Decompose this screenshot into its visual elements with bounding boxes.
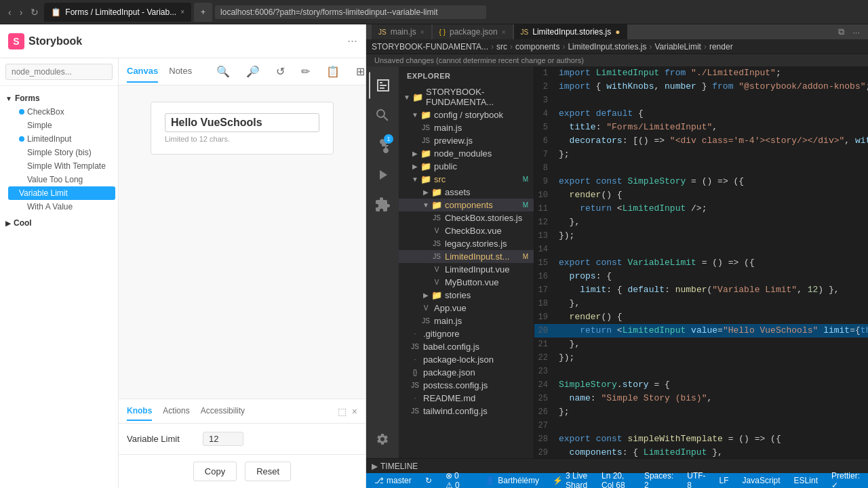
explorer-item-limitedinput-vue[interactable]: V LimitedInput.vue xyxy=(399,263,534,276)
tab-close-button[interactable]: × xyxy=(180,8,184,16)
explorer-item-main2[interactable]: JS main.js xyxy=(399,314,534,327)
toolbar-zoom-in[interactable]: 🔍 xyxy=(214,64,233,79)
address-bar[interactable]: localhost:6006/?path=/story/forms-limite… xyxy=(215,5,486,19)
explorer-item-app-vue[interactable]: V App.vue xyxy=(399,302,534,314)
status-branch[interactable]: ⎇ master xyxy=(372,476,414,485)
unsaved-banner: Unsaved changes (cannot determine recent… xyxy=(366,54,868,66)
explorer-item-config[interactable]: ▼ 📁 config / storybook xyxy=(399,108,534,121)
reload-button[interactable]: ↻ xyxy=(28,5,41,19)
status-eslint[interactable]: ESLint xyxy=(791,476,821,485)
activity-extensions[interactable] xyxy=(369,191,396,218)
explorer-item-readme[interactable]: · README.md xyxy=(399,392,534,405)
editor-tab-limitedinput-stories[interactable]: JS LimitedInput.stories.js ● xyxy=(514,24,627,39)
new-tab-button[interactable]: + xyxy=(194,3,212,22)
editor-tab-package-json[interactable]: { } package.json × xyxy=(433,24,513,39)
explorer-item-assets[interactable]: ▶ 📁 assets xyxy=(399,186,534,199)
explorer-item-package-json[interactable]: {} package.json xyxy=(399,366,534,379)
sidebar-item-value-too-long[interactable]: Value Too Long xyxy=(5,173,118,186)
browser-tab-active[interactable]: 📋 Forms / LimitedInput - Variab... × xyxy=(44,3,191,22)
explorer-item-package-lock[interactable]: · package-lock.json xyxy=(399,353,534,366)
status-user[interactable]: 👤 Barthélémy xyxy=(482,476,542,485)
status-spaces[interactable]: Spaces: 2 xyxy=(642,471,676,488)
explorer-item-postcss[interactable]: JS postcss.config.js xyxy=(399,379,534,392)
explorer-item-mybutton-vue[interactable]: V MyButton.vue xyxy=(399,276,534,289)
explorer-item-checkbox-vue[interactable]: V CheckBox.vue xyxy=(399,224,534,237)
toolbar-edit[interactable]: ✏ xyxy=(298,64,313,79)
component-input[interactable] xyxy=(165,113,319,132)
file-name: App.vue xyxy=(434,303,534,313)
knob-input-variable-limit[interactable] xyxy=(203,432,243,446)
knobs-expand-icon[interactable]: ⬚ xyxy=(338,406,347,417)
sidebar-forms-header[interactable]: ▼ Forms xyxy=(0,92,118,105)
tab-knobs[interactable]: Knobs xyxy=(127,402,152,421)
explorer-item-stories[interactable]: ▶ 📁 stories xyxy=(399,289,534,302)
activity-settings[interactable] xyxy=(369,426,396,453)
reset-button[interactable]: Reset xyxy=(245,462,291,481)
tab-close-icon[interactable]: × xyxy=(420,28,425,36)
activity-search[interactable] xyxy=(369,102,396,129)
toolbar-grid[interactable]: ⊞ xyxy=(353,64,366,79)
line-content: export const VariableLimit = () => ({ xyxy=(559,256,865,270)
sidebar-item-variable-limit[interactable]: Variable Limit xyxy=(8,186,115,200)
file-name: LimitedInput.vue xyxy=(445,264,534,274)
line-content: }; xyxy=(559,405,865,419)
sidebar-item-simple[interactable]: Simple xyxy=(5,119,118,132)
explorer-item-legacy-stories[interactable]: JS legacy.stories.js xyxy=(399,237,534,250)
copy-button[interactable]: Copy xyxy=(193,462,237,481)
explorer-item-preview-js[interactable]: JS preview.js xyxy=(399,134,534,147)
sidebar-search-input[interactable] xyxy=(5,64,113,80)
knobs-close-icon[interactable]: × xyxy=(352,406,357,417)
tab-canvas[interactable]: Canvas xyxy=(127,60,158,83)
line-number: 6 xyxy=(537,134,559,148)
explorer-item-checkbox-stories[interactable]: JS CheckBox.stories.js xyxy=(399,211,534,224)
explorer-item-src[interactable]: ▼ 📁 src M xyxy=(399,173,534,186)
json-file-icon: {} xyxy=(410,369,420,376)
sidebar-item-simple-story-bis[interactable]: Simple Story (bis) xyxy=(5,146,118,159)
js-file-icon: JS xyxy=(410,343,420,350)
tab-close-icon[interactable]: × xyxy=(502,28,506,36)
line-content: import LimitedInput from "./LimitedInput… xyxy=(559,66,865,80)
status-live-share[interactable]: ⚡ 3 Live Shard xyxy=(550,471,591,488)
sidebar-cool-header[interactable]: ▶ Cool xyxy=(0,216,118,230)
chevron-down-icon: ▼ xyxy=(410,176,420,183)
code-line-22: 22 }); xyxy=(534,351,868,365)
sidebar-item-with-a-value[interactable]: With A Value xyxy=(5,200,118,214)
toolbar-reset[interactable]: ↺ xyxy=(273,64,288,79)
tab-actions[interactable]: Actions xyxy=(163,402,189,421)
storybook-more-button[interactable]: ··· xyxy=(347,34,357,48)
status-line-ending[interactable]: LF xyxy=(717,476,732,485)
explorer-item-tailwind[interactable]: JS tailwind.config.js xyxy=(399,405,534,418)
explorer-item-limitedinput-stories[interactable]: JS LimitedInput.st... M xyxy=(399,250,534,263)
split-editor-button[interactable]: ⧉ xyxy=(835,26,847,37)
explorer-item-components[interactable]: ▼ 📁 components M xyxy=(399,199,534,211)
status-language[interactable]: JavaScript xyxy=(740,476,783,485)
status-prettier[interactable]: Prettier: ✓ xyxy=(829,471,863,488)
toolbar-copy[interactable]: 📋 xyxy=(323,64,342,79)
more-actions-button[interactable]: ··· xyxy=(850,26,863,37)
status-errors[interactable]: ⊗ 0 ⚠ 0 xyxy=(443,471,467,488)
back-button[interactable]: ‹ xyxy=(5,5,14,19)
tab-accessibility[interactable]: Accessibility xyxy=(201,402,245,421)
sidebar-item-checkbox[interactable]: CheckBox xyxy=(5,105,118,119)
activity-explorer[interactable] xyxy=(369,72,396,99)
explorer-item-gitignore[interactable]: · .gitignore xyxy=(399,327,534,340)
breadcrumb-export: VariableLimit xyxy=(654,42,701,52)
forward-button[interactable]: › xyxy=(17,5,26,19)
activity-source-control[interactable]: 1 xyxy=(369,131,396,159)
explorer-item-babel[interactable]: JS babel.config.js xyxy=(399,340,534,353)
explorer-item-storybook-root[interactable]: ▼ 📁 STORYBOOK-FUNDAMENTA... xyxy=(399,85,534,108)
status-encoding[interactable]: UTF-8 xyxy=(684,471,708,488)
status-position[interactable]: Ln 20, Col 68 xyxy=(599,471,633,488)
explorer-item-node-modules[interactable]: ▶ 📁 node_modules xyxy=(399,147,534,160)
activity-run[interactable] xyxy=(369,161,396,188)
toolbar-zoom-out[interactable]: 🔎 xyxy=(243,64,262,79)
sidebar-item-simple-with-template[interactable]: Simple With Template xyxy=(5,159,118,173)
code-editor[interactable]: 1 import LimitedInput from "./LimitedInp… xyxy=(534,66,868,458)
status-sync[interactable]: ↻ xyxy=(422,476,435,485)
explorer-item-public[interactable]: ▶ 📁 public xyxy=(399,160,534,173)
tab-notes[interactable]: Notes xyxy=(169,60,192,83)
js-file-icon: JS xyxy=(378,28,387,36)
sidebar-item-limitedinput[interactable]: LimitedInput xyxy=(5,132,118,146)
explorer-item-main-js[interactable]: JS main.js xyxy=(399,121,534,134)
editor-tab-main-js[interactable]: JS main.js × xyxy=(372,24,431,39)
